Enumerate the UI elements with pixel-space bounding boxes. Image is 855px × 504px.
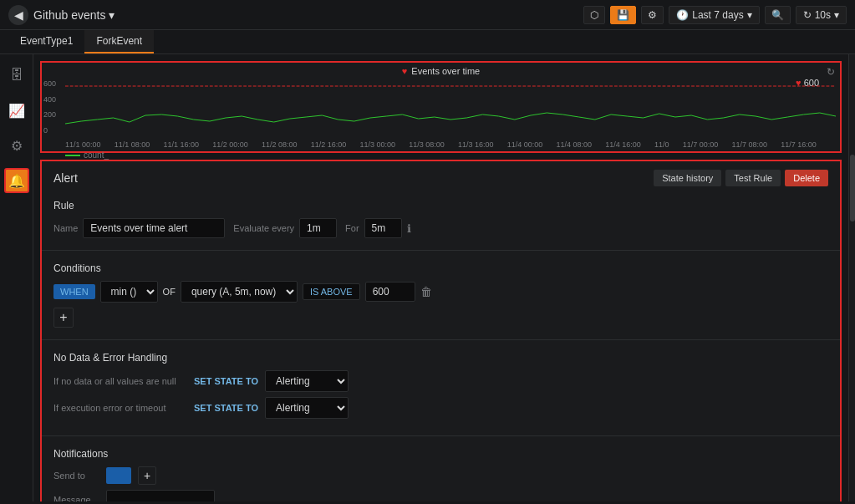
for-field-group: For ℹ <box>345 218 411 238</box>
chart-svg <box>65 78 836 128</box>
no-data-row1-label: If no data or all values are null <box>53 376 187 386</box>
condition-row: WHEN min () OF query (A, 5m, now) IS ABO… <box>53 281 828 303</box>
alert-panel-actions: State history Test Rule Delete <box>654 170 828 186</box>
chart-legend: count_ <box>42 149 840 161</box>
content-area: ♥ Events over time ♥ 600 ↻ 600 400 200 0 <box>33 54 848 501</box>
no-data-section: No Data & Error Handling If no data or a… <box>42 345 840 430</box>
save-button[interactable]: 💾 <box>610 6 636 24</box>
y-axis-labels: 600 400 200 0 <box>42 78 58 136</box>
settings-button[interactable]: ⚙ <box>641 6 664 24</box>
dashboard-title: Github events ▾ <box>33 8 115 22</box>
header-right: ⬡ 💾 ⚙ 🕐 Last 7 days ▾ 🔍 ↻ 10s ▾ <box>583 6 847 24</box>
time-range-button[interactable]: 🕐 Last 7 days ▾ <box>669 6 759 24</box>
refresh-button[interactable]: ↻ 10s ▾ <box>796 6 847 24</box>
delete-condition-icon[interactable]: 🗑 <box>420 285 432 298</box>
no-data-row2-set-state: SET STATE TO <box>194 403 258 413</box>
back-button[interactable]: ◀ <box>8 5 28 25</box>
search-button[interactable]: 🔍 <box>765 6 791 24</box>
delete-button[interactable]: Delete <box>785 170 828 186</box>
sidebar-icon-database[interactable]: 🗄 <box>4 63 29 88</box>
chart-x-labels: 11/1 00:00 11/1 08:00 11/1 16:00 11/2 00… <box>42 140 840 149</box>
evaluate-label: Evaluate every <box>233 223 294 233</box>
main-layout: 🗄 📈 ⚙ 🔔 ♥ Events over time ♥ 600 ↻ 600 4… <box>0 54 855 501</box>
name-input[interactable] <box>83 218 225 238</box>
no-data-row1-set-state: SET STATE TO <box>194 376 258 386</box>
no-data-row2-label: If execution error or timeout <box>53 403 187 413</box>
name-field-group: Name <box>53 218 225 238</box>
alert-title: Alert <box>53 171 78 185</box>
right-scrollbar[interactable] <box>848 54 855 501</box>
refresh-icon: ↻ <box>803 9 812 21</box>
chart-title-text: Events over time <box>411 66 480 76</box>
for-input[interactable] <box>364 218 402 238</box>
chart-title: ♥ Events over time <box>42 63 840 78</box>
for-label: For <box>345 223 359 233</box>
sidebar-icon-settings[interactable]: ⚙ <box>4 133 29 158</box>
evaluate-input[interactable] <box>299 218 337 238</box>
no-data-state-select[interactable]: Alerting No Data OK Keep State <box>265 370 349 392</box>
no-data-title: No Data & Error Handling <box>53 352 828 364</box>
time-range-text: Last 7 days <box>692 9 743 21</box>
alert-panel: Alert State history Test Rule Delete Rul… <box>40 160 842 501</box>
notifications-section: Notifications Send to + Message <box>42 441 840 501</box>
error-state-select[interactable]: Alerting No Data OK Keep State <box>265 397 349 419</box>
notif-send-to-row: Send to + <box>53 466 828 485</box>
add-condition-button[interactable]: + <box>53 308 74 328</box>
tabs-bar: EventType1 ForkEvent <box>0 30 855 54</box>
legend-label: count_ <box>84 150 109 160</box>
tab-eventtype1[interactable]: EventType1 <box>8 30 84 53</box>
chart-refresh-icon[interactable]: ↻ <box>827 66 835 78</box>
chart-container: ♥ Events over time ♥ 600 ↻ 600 400 200 0 <box>40 61 842 153</box>
message-label: Message <box>53 495 99 501</box>
notif-add-button[interactable]: + <box>138 466 156 485</box>
name-label: Name <box>53 223 78 233</box>
scrollbar-thumb <box>850 155 855 221</box>
threshold-input[interactable] <box>365 282 415 302</box>
conditions-section-title: Conditions <box>53 262 828 274</box>
tab-forkevent[interactable]: ForkEvent <box>84 30 154 53</box>
notifications-title: Notifications <box>53 448 828 460</box>
rule-row: Name Evaluate every For ℹ <box>53 218 828 238</box>
send-to-label: Send to <box>53 471 99 481</box>
evaluate-field-group: Evaluate every <box>233 218 337 238</box>
state-history-button[interactable]: State history <box>654 170 721 186</box>
chart-canvas: 600 400 200 0 <box>42 78 840 140</box>
sidebar: 🗄 📈 ⚙ 🔔 <box>0 54 33 501</box>
refresh-dropdown-icon: ▾ <box>834 9 839 21</box>
clock-icon: 🕐 <box>676 9 689 21</box>
notif-channel-box <box>106 467 131 484</box>
info-icon[interactable]: ℹ <box>407 222 411 235</box>
top-header: ◀ Github events ▾ ⬡ 💾 ⚙ 🕐 Last 7 days ▾ … <box>0 0 855 30</box>
query-select[interactable]: query (A, 5m, now) <box>181 281 298 303</box>
share-button[interactable]: ⬡ <box>583 6 605 24</box>
conditions-section: Conditions WHEN min () OF query (A, 5m, … <box>42 256 840 334</box>
header-left: ◀ Github events ▾ <box>8 5 115 25</box>
legend-line <box>65 155 80 156</box>
chart-heart-icon: ♥ <box>402 66 408 76</box>
of-label: OF <box>163 287 176 297</box>
title-text: Github events <box>33 8 105 22</box>
sidebar-icon-chart[interactable]: 📈 <box>4 98 29 123</box>
refresh-interval-text: 10s <box>815 9 831 21</box>
time-dropdown-icon: ▾ <box>747 9 752 21</box>
no-data-row-1: If no data or all values are null SET ST… <box>53 370 828 392</box>
rule-section-title: Rule <box>53 200 828 211</box>
title-dropdown-icon[interactable]: ▾ <box>109 8 115 22</box>
sidebar-icon-alert[interactable]: 🔔 <box>4 168 29 193</box>
test-rule-button[interactable]: Test Rule <box>725 170 781 186</box>
rule-section: Rule Name Evaluate every For ℹ <box>42 193 840 245</box>
chart-line-area <box>65 78 836 128</box>
notif-message-row: Message <box>53 490 828 501</box>
alert-panel-header: Alert State history Test Rule Delete <box>42 161 840 193</box>
no-data-row-2: If execution error or timeout SET STATE … <box>53 397 828 419</box>
when-badge: WHEN <box>53 284 95 299</box>
is-above-badge: IS ABOVE <box>303 283 360 300</box>
message-input[interactable] <box>106 490 215 501</box>
function-select[interactable]: min () <box>100 281 158 303</box>
